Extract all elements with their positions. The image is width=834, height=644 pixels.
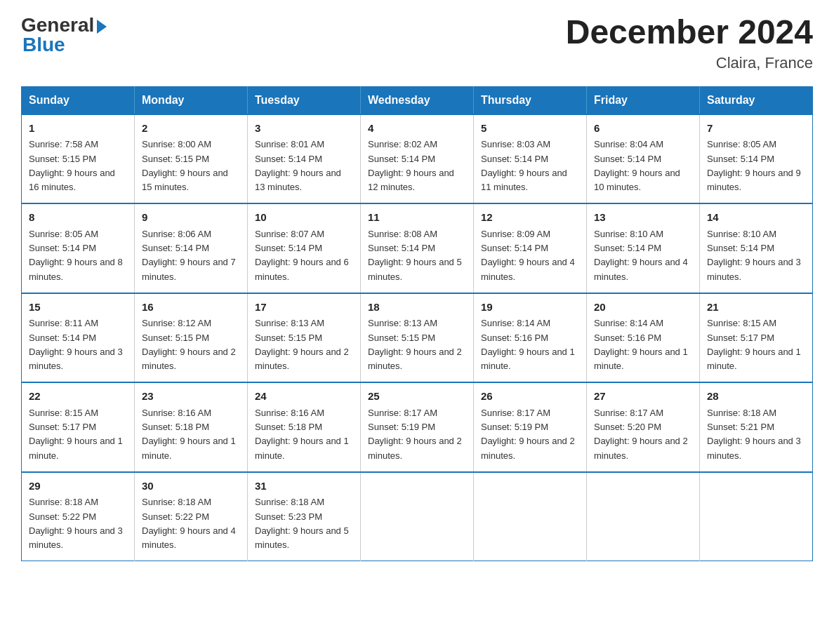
- header-row: SundayMondayTuesdayWednesdayThursdayFrid…: [22, 86, 813, 114]
- day-info: Sunrise: 8:00 AMSunset: 5:15 PMDaylight:…: [142, 139, 228, 192]
- day-info: Sunrise: 8:13 AMSunset: 5:15 PMDaylight:…: [368, 318, 462, 371]
- location-subtitle: Claira, France: [566, 54, 813, 72]
- day-info: Sunrise: 8:17 AMSunset: 5:20 PMDaylight:…: [594, 408, 688, 461]
- header-cell-friday: Friday: [587, 86, 700, 114]
- day-cell: 16Sunrise: 8:12 AMSunset: 5:15 PMDayligh…: [135, 293, 248, 383]
- day-info: Sunrise: 8:04 AMSunset: 5:14 PMDaylight:…: [594, 139, 680, 192]
- header-cell-saturday: Saturday: [700, 86, 813, 114]
- day-number: 12: [481, 210, 579, 226]
- header-cell-thursday: Thursday: [474, 86, 587, 114]
- day-number: 25: [368, 389, 466, 405]
- day-number: 13: [594, 210, 692, 226]
- day-info: Sunrise: 8:15 AMSunset: 5:17 PMDaylight:…: [707, 318, 801, 371]
- day-cell: 23Sunrise: 8:16 AMSunset: 5:18 PMDayligh…: [135, 382, 248, 472]
- day-cell: 17Sunrise: 8:13 AMSunset: 5:15 PMDayligh…: [248, 293, 361, 383]
- day-cell: 18Sunrise: 8:13 AMSunset: 5:15 PMDayligh…: [361, 293, 474, 383]
- header-cell-sunday: Sunday: [22, 86, 135, 114]
- day-number: 4: [368, 121, 466, 137]
- day-info: Sunrise: 8:10 AMSunset: 5:14 PMDaylight:…: [594, 229, 688, 282]
- day-info: Sunrise: 8:08 AMSunset: 5:14 PMDaylight:…: [368, 229, 462, 282]
- logo-blue-text: Blue: [22, 34, 65, 56]
- day-number: 11: [368, 210, 466, 226]
- day-number: 10: [255, 210, 353, 226]
- day-info: Sunrise: 8:18 AMSunset: 5:22 PMDaylight:…: [142, 497, 236, 550]
- day-info: Sunrise: 8:07 AMSunset: 5:14 PMDaylight:…: [255, 229, 349, 282]
- day-number: 14: [707, 210, 805, 226]
- day-cell: 13Sunrise: 8:10 AMSunset: 5:14 PMDayligh…: [587, 203, 700, 293]
- day-info: Sunrise: 8:16 AMSunset: 5:18 PMDaylight:…: [255, 408, 349, 461]
- day-cell: 19Sunrise: 8:14 AMSunset: 5:16 PMDayligh…: [474, 293, 587, 383]
- day-number: 7: [707, 121, 805, 137]
- day-info: Sunrise: 8:09 AMSunset: 5:14 PMDaylight:…: [481, 229, 575, 282]
- day-info: Sunrise: 8:18 AMSunset: 5:22 PMDaylight:…: [29, 497, 123, 550]
- day-number: 6: [594, 121, 692, 137]
- day-cell: 15Sunrise: 8:11 AMSunset: 5:14 PMDayligh…: [22, 293, 135, 383]
- day-number: 28: [707, 389, 805, 405]
- day-number: 30: [142, 478, 240, 495]
- day-info: Sunrise: 8:17 AMSunset: 5:19 PMDaylight:…: [481, 408, 575, 461]
- day-number: 1: [29, 121, 127, 137]
- day-cell: 20Sunrise: 8:14 AMSunset: 5:16 PMDayligh…: [587, 293, 700, 383]
- day-cell: 1Sunrise: 7:58 AMSunset: 5:15 PMDaylight…: [22, 114, 135, 204]
- day-number: 18: [368, 300, 466, 316]
- day-info: Sunrise: 8:17 AMSunset: 5:19 PMDaylight:…: [368, 408, 462, 461]
- day-cell: 27Sunrise: 8:17 AMSunset: 5:20 PMDayligh…: [587, 382, 700, 472]
- day-number: 21: [707, 300, 805, 316]
- week-row-4: 22Sunrise: 8:15 AMSunset: 5:17 PMDayligh…: [22, 382, 813, 472]
- day-info: Sunrise: 8:05 AMSunset: 5:14 PMDaylight:…: [707, 139, 801, 192]
- month-year-title: December 2024: [566, 14, 813, 51]
- header-cell-wednesday: Wednesday: [361, 86, 474, 114]
- day-number: 29: [29, 478, 127, 495]
- day-number: 15: [29, 300, 127, 316]
- day-info: Sunrise: 8:03 AMSunset: 5:14 PMDaylight:…: [481, 139, 567, 192]
- day-number: 23: [142, 389, 240, 405]
- title-section: December 2024 Claira, France: [566, 14, 813, 72]
- calendar-header: SundayMondayTuesdayWednesdayThursdayFrid…: [22, 86, 813, 114]
- calendar-table: SundayMondayTuesdayWednesdayThursdayFrid…: [21, 86, 813, 562]
- day-info: Sunrise: 8:11 AMSunset: 5:14 PMDaylight:…: [29, 318, 123, 371]
- logo: General Blue: [21, 14, 107, 56]
- day-cell: [361, 472, 474, 561]
- day-cell: 25Sunrise: 8:17 AMSunset: 5:19 PMDayligh…: [361, 382, 474, 472]
- page-header: General Blue December 2024 Claira, Franc…: [21, 14, 813, 72]
- day-cell: 26Sunrise: 8:17 AMSunset: 5:19 PMDayligh…: [474, 382, 587, 472]
- day-number: 8: [29, 210, 127, 226]
- day-info: Sunrise: 8:18 AMSunset: 5:23 PMDaylight:…: [255, 497, 349, 550]
- day-info: Sunrise: 8:15 AMSunset: 5:17 PMDaylight:…: [29, 408, 123, 461]
- week-row-3: 15Sunrise: 8:11 AMSunset: 5:14 PMDayligh…: [22, 293, 813, 383]
- week-row-2: 8Sunrise: 8:05 AMSunset: 5:14 PMDaylight…: [22, 203, 813, 293]
- day-cell: [700, 472, 813, 561]
- day-number: 9: [142, 210, 240, 226]
- day-cell: 22Sunrise: 8:15 AMSunset: 5:17 PMDayligh…: [22, 382, 135, 472]
- day-info: Sunrise: 8:02 AMSunset: 5:14 PMDaylight:…: [368, 139, 454, 192]
- day-info: Sunrise: 8:05 AMSunset: 5:14 PMDaylight:…: [29, 229, 123, 282]
- day-info: Sunrise: 8:01 AMSunset: 5:14 PMDaylight:…: [255, 139, 341, 192]
- header-cell-tuesday: Tuesday: [248, 86, 361, 114]
- day-cell: 10Sunrise: 8:07 AMSunset: 5:14 PMDayligh…: [248, 203, 361, 293]
- day-number: 5: [481, 121, 579, 137]
- header-cell-monday: Monday: [135, 86, 248, 114]
- day-info: Sunrise: 8:10 AMSunset: 5:14 PMDaylight:…: [707, 229, 801, 282]
- day-info: Sunrise: 8:12 AMSunset: 5:15 PMDaylight:…: [142, 318, 236, 371]
- day-number: 2: [142, 121, 240, 137]
- day-number: 17: [255, 300, 353, 316]
- day-cell: 21Sunrise: 8:15 AMSunset: 5:17 PMDayligh…: [700, 293, 813, 383]
- day-number: 31: [255, 478, 353, 495]
- day-info: Sunrise: 8:18 AMSunset: 5:21 PMDaylight:…: [707, 408, 801, 461]
- day-info: Sunrise: 8:14 AMSunset: 5:16 PMDaylight:…: [481, 318, 575, 371]
- day-cell: 3Sunrise: 8:01 AMSunset: 5:14 PMDaylight…: [248, 114, 361, 204]
- day-number: 19: [481, 300, 579, 316]
- day-cell: 31Sunrise: 8:18 AMSunset: 5:23 PMDayligh…: [248, 472, 361, 561]
- week-row-5: 29Sunrise: 8:18 AMSunset: 5:22 PMDayligh…: [22, 472, 813, 561]
- day-cell: 9Sunrise: 8:06 AMSunset: 5:14 PMDaylight…: [135, 203, 248, 293]
- day-number: 22: [29, 389, 127, 405]
- day-cell: 5Sunrise: 8:03 AMSunset: 5:14 PMDaylight…: [474, 114, 587, 204]
- day-info: Sunrise: 8:14 AMSunset: 5:16 PMDaylight:…: [594, 318, 688, 371]
- day-cell: 30Sunrise: 8:18 AMSunset: 5:22 PMDayligh…: [135, 472, 248, 561]
- day-cell: [474, 472, 587, 561]
- day-info: Sunrise: 8:13 AMSunset: 5:15 PMDaylight:…: [255, 318, 349, 371]
- day-cell: 29Sunrise: 8:18 AMSunset: 5:22 PMDayligh…: [22, 472, 135, 561]
- day-cell: 14Sunrise: 8:10 AMSunset: 5:14 PMDayligh…: [700, 203, 813, 293]
- day-number: 20: [594, 300, 692, 316]
- day-cell: [587, 472, 700, 561]
